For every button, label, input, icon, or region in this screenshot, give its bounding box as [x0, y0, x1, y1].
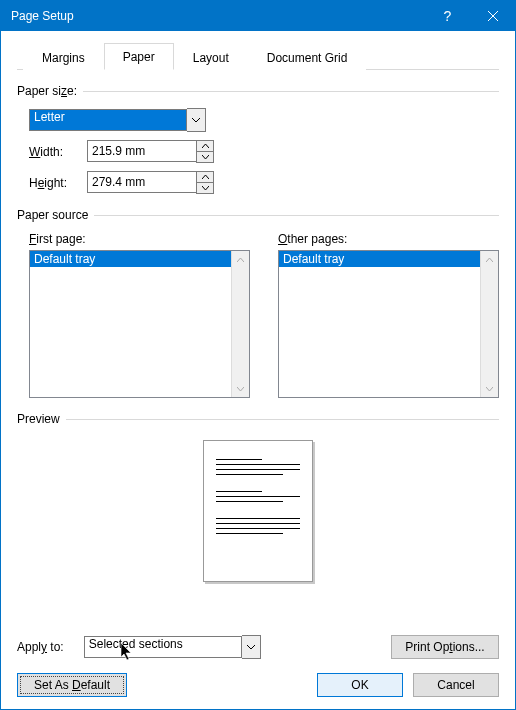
cancel-button[interactable]: Cancel [413, 673, 499, 697]
ok-button[interactable]: OK [317, 673, 403, 697]
tab-strip: Margins Paper Layout Document Grid [17, 41, 499, 70]
paper-source-group-label: Paper source [17, 208, 499, 222]
first-page-label: First page: [29, 232, 250, 246]
chevron-down-icon [202, 186, 209, 190]
other-pages-listbox[interactable]: Default tray [278, 250, 499, 398]
other-pages-item[interactable]: Default tray [279, 251, 498, 267]
width-input[interactable] [87, 140, 196, 162]
paper-size-select[interactable]: Letter [29, 109, 187, 131]
help-button[interactable]: ? [425, 1, 470, 31]
apply-to-label: Apply to: [17, 640, 64, 654]
first-page-scrollbar[interactable] [231, 251, 249, 397]
chevron-up-icon [486, 258, 493, 262]
height-down-button[interactable] [197, 183, 213, 193]
preview-page-icon [203, 440, 313, 582]
scroll-up-button[interactable] [481, 251, 498, 268]
apply-to-select[interactable]: Selected sections [84, 636, 242, 658]
titlebar: Page Setup ? [1, 1, 515, 31]
paper-size-dropdown-button[interactable] [187, 108, 206, 132]
chevron-down-icon [237, 387, 244, 391]
chevron-up-icon [202, 175, 209, 179]
height-spinner[interactable] [87, 171, 214, 194]
height-label: Height: [17, 176, 87, 190]
preview-group-label: Preview [17, 412, 499, 426]
height-input[interactable] [87, 171, 196, 193]
chevron-up-icon [237, 258, 244, 262]
tab-paper[interactable]: Paper [104, 43, 174, 70]
other-pages-label: Other pages: [278, 232, 499, 246]
scroll-up-button[interactable] [232, 251, 249, 268]
width-label: Width: [17, 145, 87, 159]
width-spinner[interactable] [87, 140, 214, 163]
height-up-button[interactable] [197, 172, 213, 183]
close-icon [488, 11, 498, 21]
chevron-down-icon [486, 387, 493, 391]
chevron-down-icon [192, 118, 200, 123]
tab-layout[interactable]: Layout [174, 44, 248, 70]
page-setup-dialog: Page Setup ? Margins Paper Layout Docume… [0, 0, 516, 710]
first-page-item[interactable]: Default tray [30, 251, 249, 267]
width-down-button[interactable] [197, 152, 213, 162]
chevron-down-icon [247, 645, 255, 650]
first-page-listbox[interactable]: Default tray [29, 250, 250, 398]
scroll-down-button[interactable] [232, 380, 249, 397]
chevron-up-icon [202, 144, 209, 148]
paper-size-group-label: Paper size: [17, 84, 499, 98]
close-button[interactable] [470, 1, 515, 31]
dialog-title: Page Setup [11, 9, 425, 23]
tab-margins[interactable]: Margins [23, 44, 104, 70]
tab-document-grid[interactable]: Document Grid [248, 44, 367, 70]
other-pages-scrollbar[interactable] [480, 251, 498, 397]
chevron-down-icon [202, 155, 209, 159]
scroll-down-button[interactable] [481, 380, 498, 397]
width-up-button[interactable] [197, 141, 213, 152]
preview-area [17, 440, 499, 582]
print-options-button[interactable]: Print Options... [391, 635, 499, 659]
apply-to-dropdown-button[interactable] [242, 635, 261, 659]
set-as-default-button[interactable]: Set As Default [17, 673, 127, 697]
